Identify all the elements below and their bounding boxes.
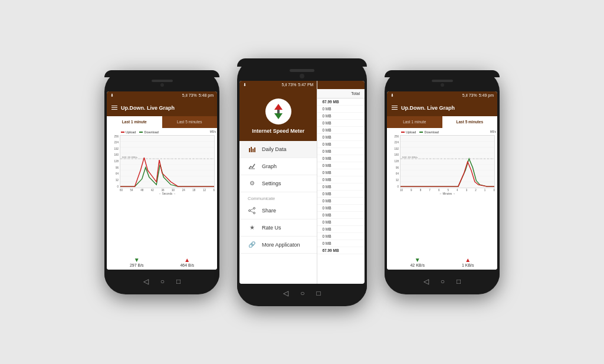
svg-rect-13 — [249, 148, 250, 152]
settings-label: Settings — [262, 181, 281, 186]
settings-icon: ⚙ — [248, 179, 256, 188]
daily-row-5: 0 MB — [317, 134, 365, 141]
svg-point-19 — [249, 209, 251, 211]
left-status-bar: ⬇ 5,il 73% 5:48 pm — [107, 91, 217, 100]
middle-right-panel: Total 67.99 MB 0 MB 0 MB 0 MB 0 MB 0 MB … — [317, 81, 365, 284]
daily-row-15: 0 MB — [317, 205, 365, 212]
left-graph-wrap: 2562241921601289664320 — [109, 135, 215, 188]
menu-item-more[interactable]: 🔗 More Applicaton — [239, 237, 317, 254]
daily-row-11: 0 MB — [317, 176, 365, 183]
right-graph-container: MB/s Upload Download 2562241921601289664… — [387, 128, 497, 254]
left-ylabel: MB/s — [210, 130, 216, 133]
daily-row-2: 0 MB — [317, 113, 365, 120]
daily-row-1: 0 MB — [317, 106, 365, 113]
middle-menu-panel: ⬇ 5,il 73% 5:47 PM Internet Speed Meter — [239, 81, 317, 284]
right-tab-5min[interactable]: Last 5 minutes — [442, 116, 498, 128]
svg-rect-14 — [251, 147, 252, 152]
svg-rect-12 — [277, 110, 280, 113]
app-icon — [265, 99, 291, 124]
right-screen: ⬇ 5,il 73% 5:49 pm Up.Down. Live Graph L… — [387, 91, 497, 270]
total-top-row: 67.99 MB — [317, 99, 365, 106]
right-recents-button[interactable]: □ — [457, 277, 461, 286]
menu-list: Daily Data Graph ⚙ Settings Communicate — [239, 141, 317, 284]
right-title: Up.Down. Live Graph — [401, 105, 455, 111]
right-nav-bar: ◁ ○ □ — [385, 272, 500, 291]
right-download-speed: ▼ 42 KB/s — [410, 257, 425, 267]
menu-item-rate[interactable]: ★ Rate Us — [239, 219, 317, 237]
more-label: More Applicaton — [262, 242, 300, 248]
right-y-axis: 2562241921601289664320 — [389, 135, 400, 188]
right-x-axis: 109876543210 — [389, 189, 495, 192]
daily-row-14: 0 MB — [317, 198, 365, 205]
graph-label: Graph — [262, 163, 277, 169]
svg-line-22 — [250, 211, 253, 212]
left-graph-area: 162.19 KB/s — [120, 135, 215, 188]
middle-recents-button[interactable]: □ — [317, 289, 321, 297]
svg-text:162.19 KB/s: 162.19 KB/s — [122, 156, 137, 158]
right-download-value: 42 KB/s — [410, 263, 425, 267]
daily-data-icon — [248, 145, 256, 153]
right-back-button[interactable]: ◁ — [424, 277, 429, 286]
left-x-axis: 6054484236302418126 — [109, 189, 215, 192]
daily-row-12: 0 MB — [317, 183, 365, 191]
menu-item-daily[interactable]: Daily Data — [239, 141, 317, 158]
daily-row-10: 0 MB — [317, 169, 365, 176]
left-nav-bar: ◁ ○ □ — [104, 272, 219, 291]
right-phone: ⬇ 5,il 73% 5:49 pm Up.Down. Live Graph L… — [385, 70, 500, 294]
download-legend: Download — [144, 130, 158, 134]
left-app-header: Up.Down. Live Graph — [107, 100, 217, 116]
rate-label: Rate Us — [262, 225, 281, 231]
daily-row-19: 0 MB — [317, 233, 365, 240]
daily-data-label: Daily Data — [262, 146, 287, 152]
right-ylabel: MB/s — [490, 130, 496, 133]
left-x-label: ← Seconds → — [109, 192, 215, 195]
menu-item-share[interactable]: Share — [239, 202, 317, 219]
home-button[interactable]: ○ — [160, 277, 165, 286]
right-tab-bar: Last 1 minute Last 5 minutes — [387, 116, 497, 128]
right-app-header: Up.Down. Live Graph — [387, 100, 497, 116]
right-download-icon: ▼ — [415, 257, 421, 263]
menu-header: Internet Speed Meter — [239, 89, 317, 141]
communicate-label: Communicate — [239, 192, 317, 202]
middle-phone: ⬇ 5,il 73% 5:47 PM Internet Speed Meter — [237, 58, 367, 306]
right-tab-1min[interactable]: Last 1 minute — [387, 116, 442, 128]
more-apps-icon: 🔗 — [248, 241, 256, 249]
menu-item-settings[interactable]: ⚙ Settings — [239, 175, 317, 192]
left-legend: Upload Download — [109, 130, 215, 134]
back-button[interactable]: ◁ — [143, 277, 149, 286]
daily-row-18: 0 MB — [317, 226, 365, 233]
right-home-button[interactable]: ○ — [441, 277, 445, 286]
left-graph-container: MB/s Upload Download 2562241921601289664… — [107, 128, 217, 254]
share-label: Share — [262, 208, 276, 214]
svg-line-21 — [250, 208, 253, 209]
svg-marker-11 — [274, 113, 283, 119]
right-upload-legend: Upload — [406, 130, 416, 134]
right-upload-icon: ▲ — [465, 257, 471, 263]
menu-item-graph[interactable]: Graph — [239, 158, 317, 175]
left-tab-1min[interactable]: Last 1 minute — [107, 116, 162, 128]
share-icon — [248, 206, 256, 215]
daily-row-4: 0 MB — [317, 127, 365, 134]
recents-button[interactable]: □ — [176, 277, 180, 286]
middle-status-bar: ⬇ 5,il 73% 5:47 PM — [239, 81, 317, 89]
middle-back-button[interactable]: ◁ — [283, 289, 288, 297]
right-download-legend: Download — [424, 130, 438, 134]
right-status-bar: ⬇ 5,il 73% 5:49 pm — [387, 91, 497, 100]
rate-icon: ★ — [248, 224, 256, 232]
left-download-value: 297 B/s — [130, 263, 144, 267]
daily-row-16: 0 MB — [317, 212, 365, 219]
hamburger-icon[interactable] — [111, 106, 117, 110]
right-hamburger-icon[interactable] — [392, 106, 398, 110]
left-speed-row: ▼ 297 B/s ▲ 464 B/s — [107, 254, 217, 270]
left-title: Up.Down. Live Graph — [121, 105, 175, 111]
middle-home-button[interactable]: ○ — [300, 289, 304, 297]
daily-header: Total — [317, 89, 365, 99]
download-arrow-icon: ▼ — [134, 257, 140, 263]
left-tab-5min[interactable]: Last 5 minutes — [162, 116, 218, 128]
left-y-axis: 2562241921601289664320 — [109, 135, 120, 188]
left-signal: 5,il 73% — [182, 93, 197, 97]
daily-row-20: 0 MB — [317, 240, 365, 247]
svg-text:162.19 KB/s: 162.19 KB/s — [402, 156, 418, 158]
left-upload-value: 464 B/s — [180, 263, 194, 267]
daily-row-17: 0 MB — [317, 219, 365, 226]
